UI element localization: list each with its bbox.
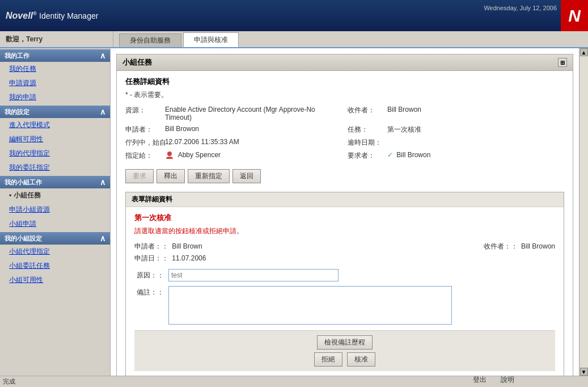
tab-request-approve[interactable]: 申請與核准 [183,32,239,47]
comment-input[interactable] [168,286,452,325]
main-content: 小組任務 ⊞ 任務詳細資料 * - 表示需要。 資源： Enable Activ… [111,48,579,376]
reason-input[interactable] [168,269,339,281]
sidebar-section-my-group-settings[interactable]: 我的小組設定 ∧ [0,232,110,245]
scroll-down[interactable]: ▼ [580,368,588,376]
status-text: 完成 [3,377,15,386]
welcome-tab-bar: 歡迎，Terry 身份自助服務 申請與核准 登出 說明 [0,31,588,48]
comment-field-row: 備註：： [134,286,555,325]
form-detail-panel: 表單詳細資料 第一次核准 請選取適當的按鈕核准或拒絕申請。 申請者：： Bill… [125,192,564,376]
panel-header: 小組任務 ⊞ [117,54,573,71]
recipient2-info: 收件者：： Bill Browon [484,242,555,251]
approval-title: 第一次核准 [134,213,555,223]
sidebar-item-my-tasks[interactable]: 我的任務 [0,62,110,76]
right-scrollbar[interactable]: ▲ ▼ [579,48,588,376]
sidebar-section-my-settings[interactable]: 我的設定 ∧ [0,106,110,118]
logout-link[interactable]: 登出 [473,375,487,385]
sidebar-item-group-delegate-tasks[interactable]: 小組委託任務 [0,259,110,273]
requester-value: Bill Browon [165,125,342,134]
applicant-info: 申請者：： Bill Brown [134,242,202,251]
date-row: 申請日：： 11.07.2006 [134,254,555,263]
panel-body: 任務詳細資料 * - 表示需要。 資源： Enable Active Direc… [117,71,573,376]
detail-grid: 資源： Enable Active Directory Account (Mgr… [125,106,564,161]
help-link[interactable]: 說明 [501,375,514,385]
expiry-value [387,138,564,148]
action-buttons: 要求 釋出 重新指定 返回 [125,169,564,183]
reason-field-row: 原因：： [134,269,555,281]
tabs-area: 身份自助服務 申請與核准 [113,31,588,47]
collapse-my-group-settings[interactable]: ∧ [100,234,105,243]
view-history-button[interactable]: 檢視備註歷程 [317,335,373,350]
task-value: 第一次核准 [387,125,564,134]
panel-expand-icon[interactable]: ⊞ [558,58,567,67]
back-button[interactable]: 返回 [232,169,261,183]
queue-label: 佇列中，始自： [125,138,159,148]
sidebar-section-my-group-work[interactable]: 我的小組工作 ∧ [0,176,110,188]
sidebar-item-proxy-mode[interactable]: 進入代理模式 [0,118,110,132]
svg-point-0 [167,152,172,156]
sidebar-item-group-availability[interactable]: 小組可用性 [0,273,110,287]
sidebar-item-group-delegate-settings[interactable]: 小組代理指定 [0,245,110,259]
panel-title: 小組任務 [122,57,152,68]
request-button[interactable]: 要求 [125,169,154,183]
queue-value: 12.07.2006 11:35:33 AM [165,138,342,148]
app-logo: Novell® Identity Manager [6,11,98,20]
sidebar-item-group-requests[interactable]: 小組申請 [0,217,110,231]
resource-value: Enable Active Directory Account (Mgr App… [165,106,342,121]
recipient-label: 收件者： [348,106,382,121]
comment-label: 備註：： [134,286,168,297]
sidebar-item-group-tasks[interactable]: 小組任務 [0,188,110,203]
sidebar: 我的工作 ∧ 我的任務 申請資源 我的申請 我的設定 ∧ 進入代理模式 編輯可用… [0,48,111,376]
sidebar-section-my-work[interactable]: 我的工作 ∧ [0,49,110,62]
app-header: Novell® Identity Manager Wednesday, July… [0,0,588,31]
collapse-my-group-work[interactable]: ∧ [100,178,105,187]
applicant-recipient-row: 申請者：： Bill Brown 收件者：： Bill Browon [134,242,555,251]
approve-button[interactable]: 核准 [347,352,375,367]
sidebar-item-request-group-resources[interactable]: 申請小組資源 [0,203,110,217]
sidebar-item-request-resources[interactable]: 申請資源 [0,76,110,90]
welcome-text: 歡迎，Terry [0,31,113,47]
scroll-up[interactable]: ▲ [580,48,588,56]
novell-n-logo: N [561,0,588,31]
user-icon [165,151,174,160]
requestor2-value: ✓ Bill Browon [387,151,564,161]
nav-links: 登出 說明 [473,375,554,385]
sidebar-item-my-requests[interactable]: 我的申請 [0,90,110,104]
tab-self-service[interactable]: 身份自助服務 [119,33,181,47]
reject-button[interactable]: 拒絕 [314,352,342,367]
reason-label: 原因：： [134,269,168,280]
assigned-value: Abby Spencer [165,151,342,161]
expiry-label: 逾時日期： [348,138,382,148]
recipient-value: Bill Browon [387,106,564,121]
sidebar-item-my-proxies[interactable]: 我的委託指定 [0,161,110,175]
task-detail-title: 任務詳細資料 [125,77,564,87]
collapse-my-work[interactable]: ∧ [100,51,105,60]
sub-panel-body: 第一次核准 請選取適當的按鈕核准或拒絕申請。 申請者：： Bill Brown … [126,207,564,376]
task-label: 任務： [348,125,382,134]
required-note: * - 表示需要。 [125,90,564,100]
approval-subtitle: 請選取適當的按鈕核准或拒絕申請。 [134,226,555,236]
sidebar-item-my-delegates[interactable]: 我的代理指定 [0,146,110,161]
header-date: Wednesday, July 12, 2006 [484,5,557,11]
reassign-button[interactable]: 重新指定 [188,169,230,183]
release-button[interactable]: 釋出 [156,169,185,183]
requester-label: 申請者： [125,125,159,134]
assigned-label: 指定給： [125,151,159,161]
sub-panel-header: 表單詳細資料 [126,192,564,207]
collapse-my-settings[interactable]: ∧ [100,107,105,116]
approval-footer: 檢視備註歷程 拒絕 核准 [134,330,555,371]
requestor2-label: 要求者： [348,151,382,161]
sidebar-item-edit-availability[interactable]: 編輯可用性 [0,132,110,146]
group-tasks-panel: 小組任務 ⊞ 任務詳細資料 * - 表示需要。 資源： Enable Activ… [116,54,573,376]
resource-label: 資源： [125,106,159,121]
